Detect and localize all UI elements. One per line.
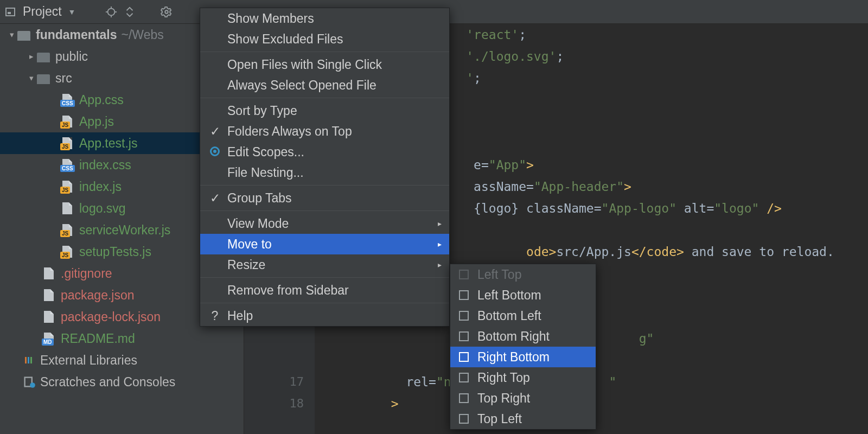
submenu-top-left[interactable]: Top Left — [450, 409, 596, 429]
node-label: Scratches and Consoles — [40, 375, 175, 390]
submenu-right-top[interactable]: Right Top — [450, 367, 596, 388]
menu-folders-top[interactable]: ✓Folders Always on Top — [200, 121, 449, 142]
tree-node-external-libraries[interactable]: External Libraries — [0, 349, 244, 371]
line-number: 18 — [244, 393, 304, 414]
check-icon: ✓ — [208, 191, 222, 206]
folder-label: public — [55, 49, 88, 64]
menu-help[interactable]: ?Help — [200, 305, 449, 326]
submenu-bottom-left[interactable]: Bottom Left — [450, 305, 596, 326]
folder-icon — [17, 31, 30, 41]
file-label: serviceWorker.js — [79, 223, 170, 238]
menu-show-members[interactable]: Show Members — [200, 8, 449, 29]
menu-view-mode[interactable]: View Mode — [200, 213, 449, 234]
project-tool-window-icon — [5, 8, 15, 16]
menu-show-excluded[interactable]: Show Excluded Files — [200, 29, 449, 49]
menu-resize[interactable]: Resize — [200, 254, 449, 275]
submenu-left-bottom[interactable]: Left Bottom — [450, 285, 596, 305]
js-file-icon: JS — [62, 224, 72, 236]
menu-move-to[interactable]: Move to — [200, 234, 449, 254]
position-icon — [459, 373, 469, 382]
md-file-icon: MD — [44, 333, 54, 344]
submenu-left-top: Left Top — [450, 264, 596, 285]
submenu-top-right[interactable]: Top Right — [450, 388, 596, 409]
js-file-icon: JS — [62, 116, 72, 127]
svg-rect-7 — [28, 357, 29, 363]
position-icon — [459, 290, 469, 300]
text-file-icon — [44, 267, 54, 279]
menu-open-single-click[interactable]: Open Files with Single Click — [200, 54, 449, 75]
file-label: package.json — [61, 288, 135, 303]
folder-icon — [37, 53, 50, 62]
folder-icon — [37, 74, 50, 84]
tree-node-scratches[interactable]: Scratches and Consoles — [0, 371, 244, 393]
file-label: index.js — [79, 180, 122, 194]
svg-point-0 — [108, 8, 115, 15]
project-dropdown[interactable]: Project — [23, 4, 62, 19]
locate-icon[interactable] — [104, 4, 119, 20]
svg-point-10 — [30, 382, 35, 388]
position-icon — [459, 331, 469, 341]
json-file-icon — [44, 311, 54, 323]
file-label: logo.svg — [79, 201, 126, 216]
node-label: External Libraries — [40, 353, 137, 368]
submenu-right-bottom[interactable]: Right Bottom — [450, 347, 596, 367]
css-file-icon: CSS — [62, 94, 72, 106]
svg-rect-6 — [25, 357, 27, 363]
chevron-right-icon — [26, 52, 37, 61]
file-label: index.css — [79, 158, 131, 173]
menu-edit-scopes[interactable]: Edit Scopes... — [200, 142, 449, 162]
position-icon — [459, 414, 469, 424]
image-file-icon — [62, 202, 72, 214]
position-icon — [459, 393, 469, 403]
json-file-icon — [44, 289, 54, 301]
svg-rect-8 — [30, 357, 32, 363]
file-label: App.test.js — [79, 136, 137, 151]
library-icon — [23, 355, 36, 366]
move-to-submenu: Left Top Left Bottom Bottom Left Bottom … — [450, 264, 596, 430]
menu-group-tabs[interactable]: ✓Group Tabs — [200, 188, 449, 208]
project-settings-menu: Show Members Show Excluded Files Open Fi… — [200, 8, 450, 327]
chevron-down-icon — [26, 73, 37, 83]
help-icon: ? — [208, 309, 222, 323]
folder-label: src — [55, 71, 72, 86]
js-file-icon: JS — [62, 246, 72, 258]
scratches-icon — [23, 375, 36, 388]
file-label: README.md — [61, 331, 135, 346]
check-icon: ✓ — [208, 124, 222, 139]
menu-remove-from-sidebar[interactable]: Remove from Sidebar — [200, 280, 449, 301]
project-name: fundamentals — [36, 28, 117, 42]
radio-icon — [208, 145, 222, 159]
menu-file-nesting[interactable]: File Nesting... — [200, 162, 449, 183]
project-path: ~/Webs — [122, 28, 164, 42]
position-icon — [459, 270, 469, 279]
file-label: .gitignore — [61, 266, 112, 281]
chevron-down-icon — [7, 30, 17, 40]
menu-sort-by-type[interactable]: Sort by Type — [200, 100, 449, 121]
menu-always-select[interactable]: Always Select Opened File — [200, 75, 449, 95]
gear-icon[interactable] — [159, 4, 174, 20]
position-icon — [459, 311, 469, 321]
submenu-bottom-right[interactable]: Bottom Right — [450, 326, 596, 347]
svg-point-5 — [165, 10, 169, 14]
chevron-down-icon: ▼ — [68, 8, 76, 16]
file-label: setupTests.js — [79, 245, 151, 259]
file-label: App.css — [79, 93, 124, 107]
css-file-icon: CSS — [62, 159, 72, 171]
js-file-icon: JS — [62, 137, 72, 149]
position-icon — [459, 352, 469, 362]
js-file-icon: JS — [62, 181, 72, 193]
file-label: App.js — [79, 114, 114, 129]
tree-node-readme[interactable]: MD README.md — [0, 328, 244, 349]
expand-all-icon[interactable] — [122, 4, 137, 20]
file-label: package-lock.json — [61, 310, 161, 324]
line-number: 17 — [244, 371, 304, 393]
